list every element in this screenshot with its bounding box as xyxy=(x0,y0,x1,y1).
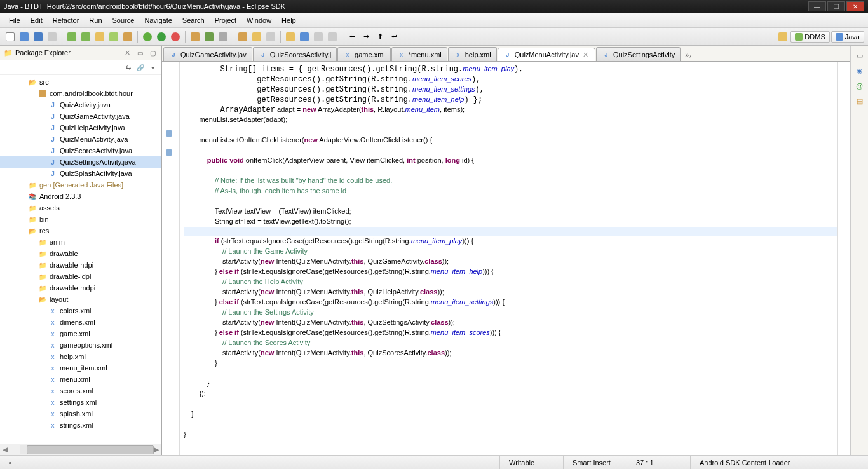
declaration-icon[interactable]: ▤ xyxy=(854,95,865,107)
editor-tab[interactable]: JQuizScoresActivity.j xyxy=(253,47,337,61)
minimize-button[interactable]: — xyxy=(808,1,826,11)
left-ruler[interactable] xyxy=(162,62,180,455)
package-explorer-tab[interactable]: 📁 Package Explorer ✕ ▭ ▢ xyxy=(0,46,161,60)
tree-item[interactable]: xstrings.xml xyxy=(0,419,161,431)
perspective-ddms[interactable]: DDMS xyxy=(790,31,829,43)
lint-button[interactable] xyxy=(93,31,106,43)
nav-fwd-button[interactable]: ➡ xyxy=(360,31,372,43)
tree-item[interactable]: com.androidbook.btdt.hour xyxy=(0,88,161,99)
tree-item[interactable]: 📂src xyxy=(0,76,161,88)
fold-marker-icon[interactable] xyxy=(166,149,172,156)
tree-item[interactable]: 📁anim xyxy=(0,236,161,248)
tree-item[interactable]: xhelp.xml xyxy=(0,351,161,362)
tree-item[interactable]: 📁gen [Generated Java Files] xyxy=(0,179,161,191)
status-launch-icon[interactable]: ▫ xyxy=(0,456,18,469)
editor-tab[interactable]: x*menu.xml xyxy=(391,47,447,61)
tree-item[interactable]: 📁drawable-ldpi xyxy=(0,271,161,282)
menu-edit[interactable]: Edit xyxy=(25,15,48,26)
menu-window[interactable]: Window xyxy=(241,15,276,26)
tree-item[interactable]: JQuizMenuActivity.java xyxy=(0,133,161,145)
android-sdk-button[interactable] xyxy=(65,31,78,43)
tool-button[interactable] xyxy=(264,31,277,43)
search-button[interactable] xyxy=(284,31,297,43)
maximize-view-icon[interactable]: ▢ xyxy=(147,48,158,58)
tree-item[interactable]: JQuizScoresActivity.java xyxy=(0,145,161,156)
new-package-button[interactable] xyxy=(189,31,201,43)
maximize-button[interactable]: ❐ xyxy=(827,1,845,11)
link-editor-icon[interactable]: 🔗 xyxy=(135,62,146,72)
tree-item[interactable]: xdimens.xml xyxy=(0,316,161,328)
code-content[interactable]: String[] items = { getResources().getStr… xyxy=(180,62,837,455)
tree-item[interactable]: 📁drawable xyxy=(0,248,161,259)
tree-item[interactable]: xscores.xml xyxy=(0,385,161,397)
editor-tab[interactable]: xhelp.xml xyxy=(448,47,497,61)
minimize-view-icon[interactable]: ▭ xyxy=(135,48,145,58)
code-editor[interactable]: String[] items = { getResources().getStr… xyxy=(162,62,850,455)
menu-search[interactable]: Search xyxy=(177,15,210,26)
external-tools-button[interactable] xyxy=(169,31,182,43)
restore-icon[interactable]: ▭ xyxy=(854,50,865,61)
close-button[interactable]: ✕ xyxy=(846,1,864,11)
tree-item[interactable]: JQuizActivity.java xyxy=(0,99,161,111)
annotation-button[interactable] xyxy=(312,31,325,43)
tree-item[interactable]: 📁drawable-mdpi xyxy=(0,282,161,294)
menu-help[interactable]: Help xyxy=(276,15,301,26)
editor-tabs-overflow[interactable]: »₇ xyxy=(681,49,695,61)
menu-file[interactable]: File xyxy=(4,15,25,26)
tree-item[interactable]: JQuizGameActivity.java xyxy=(0,111,161,122)
tree-scrollbar[interactable]: ◀ ▶ xyxy=(0,444,161,455)
editor-tab[interactable]: JQuizSettingsActivity xyxy=(596,47,681,61)
editor-tab[interactable]: JQuizMenuActivity.jav✕ xyxy=(498,48,595,62)
new-button[interactable] xyxy=(4,31,17,43)
tree-item[interactable]: xgame.xml xyxy=(0,328,161,339)
menu-navigate[interactable]: Navigate xyxy=(139,15,177,26)
menu-source[interactable]: Source xyxy=(107,15,140,26)
outline-icon[interactable]: ◉ xyxy=(854,65,865,76)
open-file-button[interactable] xyxy=(121,31,134,43)
open-perspective-button[interactable] xyxy=(776,31,789,43)
tree-item[interactable]: xgameoptions.xml xyxy=(0,339,161,351)
fold-marker-icon[interactable] xyxy=(166,130,172,137)
nav-back-button[interactable]: ⬅ xyxy=(346,31,358,43)
menu-run[interactable]: Run xyxy=(84,15,107,26)
right-ruler[interactable] xyxy=(837,62,850,455)
tree-item[interactable]: JQuizSettingsActivity.java xyxy=(0,156,161,168)
tree-item[interactable]: 📂res xyxy=(0,225,161,236)
tree-item[interactable]: 📁drawable-hdpi xyxy=(0,259,161,271)
perspective-java[interactable]: Java xyxy=(831,31,864,43)
save-button[interactable] xyxy=(18,31,31,43)
new-class-button[interactable] xyxy=(203,31,215,43)
tree-item[interactable]: JQuizHelpActivity.java xyxy=(0,122,161,133)
nav-last-button[interactable]: ↩ xyxy=(388,31,400,43)
collapse-all-icon[interactable]: ⇆ xyxy=(123,62,133,72)
tree-item[interactable]: xsettings.xml xyxy=(0,397,161,408)
open-type-button[interactable] xyxy=(217,31,229,43)
tree-item[interactable]: 📁assets xyxy=(0,202,161,214)
tree-item[interactable]: 📂layout xyxy=(0,294,161,305)
mark-button[interactable] xyxy=(298,31,311,43)
package-tree[interactable]: 📂srccom.androidbook.btdt.hourJQuizActivi… xyxy=(0,75,161,444)
tree-item[interactable]: 📁bin xyxy=(0,214,161,225)
print-button[interactable] xyxy=(46,31,58,43)
tree-item[interactable]: 📚Android 2.3.3 xyxy=(0,191,161,202)
editor-tab[interactable]: xgame.xml xyxy=(337,47,391,61)
new-android-button[interactable] xyxy=(107,31,120,43)
editor-tab[interactable]: JQuizGameActivity.jav xyxy=(163,47,252,61)
folder-button[interactable] xyxy=(236,31,249,43)
save-all-button[interactable] xyxy=(32,31,44,43)
tree-item[interactable]: xmenu.xml xyxy=(0,374,161,385)
tab-close-icon[interactable]: ✕ xyxy=(581,51,590,59)
tasks-icon[interactable]: @ xyxy=(854,80,865,92)
menu-project[interactable]: Project xyxy=(210,15,241,26)
nav-up-button[interactable]: ⬆ xyxy=(374,31,386,43)
tree-item[interactable]: xcolors.xml xyxy=(0,305,161,316)
debug-button[interactable] xyxy=(141,31,154,43)
view-menu-icon[interactable]: ▾ xyxy=(147,62,158,72)
android-avd-button[interactable] xyxy=(79,31,92,43)
outline-button[interactable] xyxy=(326,31,339,43)
tree-item[interactable]: xmenu_item.xml xyxy=(0,362,161,374)
close-view-icon[interactable]: ✕ xyxy=(123,49,132,57)
run-button[interactable] xyxy=(155,31,168,43)
tree-item[interactable]: xsplash.xml xyxy=(0,408,161,419)
edit-button[interactable] xyxy=(250,31,263,43)
